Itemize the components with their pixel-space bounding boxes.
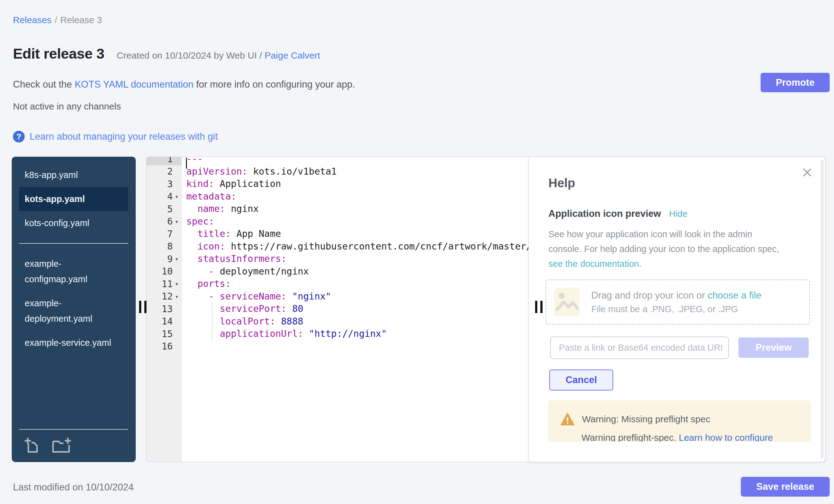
hide-link[interactable]: Hide <box>669 209 687 219</box>
promote-button[interactable]: Promote <box>761 73 830 92</box>
channel-status: Not active in any channels <box>13 101 121 112</box>
help-description-line2: console. For help adding your icon to th… <box>548 242 779 256</box>
git-banner: ? Learn about managing your releases wit… <box>13 131 218 143</box>
intro-pre: Check out the <box>13 79 75 90</box>
file-tree-items: k8s-app.yamlkots-app.yamlkots-config.yam… <box>12 163 136 355</box>
warning-title: Warning: Missing preflight spec <box>582 414 710 424</box>
close-button[interactable] <box>802 167 813 179</box>
created-prefix: Created on 10/10/2024 by Web UI / <box>116 50 265 61</box>
warning-body: Warning preflight-spec. Learn how to con… <box>581 433 802 442</box>
gutter-line: 12▾ <box>147 290 181 303</box>
gutter-line: 7 <box>147 228 181 240</box>
breadcrumb: Releases/Release 3 <box>13 15 102 25</box>
git-releases-link[interactable]: Learn about managing your releases with … <box>29 131 218 142</box>
file-tree: k8s-app.yamlkots-app.yamlkots-config.yam… <box>12 157 136 462</box>
warning-banner: Warning: Missing preflight spec Warning … <box>548 400 811 442</box>
created-by-link[interactable]: Paige Calvert <box>265 50 320 61</box>
indent-guide <box>212 328 213 340</box>
app-icon-preview-title: Application icon preview <box>548 208 661 219</box>
new-folder-icon <box>51 436 72 454</box>
gutter-line: 4▾ <box>147 190 181 203</box>
intro-text: Check out the KOTS YAML documentation fo… <box>13 79 355 90</box>
help-description: See how your application icon will look … <box>548 227 779 271</box>
breadcrumb-current: Release 3 <box>60 15 102 25</box>
gutter-line: 10 <box>147 265 181 278</box>
preview-button[interactable]: Preview <box>739 337 809 358</box>
help-panel-title: Help <box>548 176 575 190</box>
intro-post: for more info on configuring your app. <box>193 79 355 90</box>
indent-guide <box>212 315 213 328</box>
gutter-line: 8 <box>147 240 181 253</box>
see-documentation-link[interactable]: see the documentation <box>548 259 639 269</box>
help-description-line3: see the documentation. <box>548 256 779 271</box>
new-file-icon <box>23 436 41 454</box>
file-tree-divider <box>19 243 128 244</box>
file-tree-toolbar <box>19 429 128 455</box>
save-release-button[interactable]: Save release <box>741 477 830 497</box>
gutter-line: 3 <box>147 178 181 190</box>
choose-file-link[interactable]: choose a file <box>707 290 761 301</box>
resize-handle-right[interactable] <box>535 301 543 313</box>
last-modified: Last modified on 10/10/2024 <box>13 482 134 493</box>
file-tree-item[interactable]: example-service.yaml <box>19 331 128 355</box>
gutter-line: 15 <box>147 328 181 340</box>
dropzone-filetypes: File must be a .PNG, .JPEG, or .JPG <box>591 304 761 314</box>
kots-docs-link[interactable]: KOTS YAML documentation <box>75 79 193 90</box>
gutter-line: 13 <box>147 303 181 315</box>
cancel-button[interactable]: Cancel <box>549 370 613 391</box>
question-circle-icon: ? <box>13 131 25 143</box>
help-panel: Help Application icon preview Hide See h… <box>528 157 825 462</box>
indent-guide <box>212 303 213 315</box>
title-row: Edit release 3 Created on 10/10/2024 by … <box>13 45 320 62</box>
release-editor-area: k8s-app.yamlkots-app.yamlkots-config.yam… <box>12 157 825 462</box>
fold-arrow-icon[interactable]: ▾ <box>173 293 181 300</box>
gutter-line: 1 <box>147 157 181 165</box>
warning-configure-link[interactable]: Learn how to configure <box>679 433 773 442</box>
image-placeholder-icon <box>554 287 580 317</box>
dropzone-text: Drag and drop your icon or choose a file… <box>591 290 761 314</box>
fold-arrow-icon[interactable]: ▾ <box>173 218 181 225</box>
gutter-line: 2 <box>147 165 181 178</box>
app-icon-preview-header: Application icon preview Hide <box>548 208 687 219</box>
dropzone-line1: Drag and drop your icon or <box>591 290 707 301</box>
new-folder-button[interactable] <box>51 436 72 455</box>
gutter-lines: 1234▾56▾789▾1011▾12▾13141516 <box>147 157 181 353</box>
editor-gutter[interactable]: 1234▾56▾789▾1011▾12▾13141516 <box>147 157 182 462</box>
gutter-line: 14 <box>147 315 181 328</box>
description-suffix: . <box>639 259 641 269</box>
help-panel-scrollbar[interactable] <box>821 160 824 459</box>
gutter-line: 9▾ <box>147 253 181 265</box>
breadcrumb-link-releases[interactable]: Releases <box>13 15 51 25</box>
fold-arrow-icon[interactable]: ▾ <box>173 280 181 287</box>
icon-dropzone[interactable]: Drag and drop your icon or choose a file… <box>546 280 810 325</box>
fold-arrow-icon[interactable]: ▾ <box>173 193 181 200</box>
warning-icon <box>561 413 575 426</box>
gutter-line: 6▾ <box>147 215 181 228</box>
warning-body-text: Warning preflight-spec. <box>581 433 679 442</box>
icon-url-input[interactable] <box>550 336 729 359</box>
file-tree-item[interactable]: example-configmap.yaml <box>19 252 128 291</box>
gutter-line: 16 <box>147 340 181 353</box>
breadcrumb-separator: / <box>54 15 57 25</box>
gutter-line: 5 <box>147 203 181 215</box>
page-title: Edit release 3 <box>13 45 104 62</box>
file-tree-item[interactable]: kots-config.yaml <box>19 211 128 235</box>
file-tree-item[interactable]: k8s-app.yaml <box>19 163 128 187</box>
file-tree-item[interactable]: example-deployment.yaml <box>19 291 128 331</box>
file-tree-item[interactable]: kots-app.yaml <box>19 187 128 211</box>
new-file-button[interactable] <box>23 436 41 455</box>
fold-arrow-icon[interactable]: ▾ <box>173 256 181 262</box>
created-info: Created on 10/10/2024 by Web UI / Paige … <box>116 50 320 61</box>
close-icon <box>802 167 813 178</box>
help-description-line1: See how your application icon will look … <box>548 227 779 242</box>
resize-handle-left[interactable] <box>139 301 147 313</box>
gutter-line: 11▾ <box>147 278 181 290</box>
